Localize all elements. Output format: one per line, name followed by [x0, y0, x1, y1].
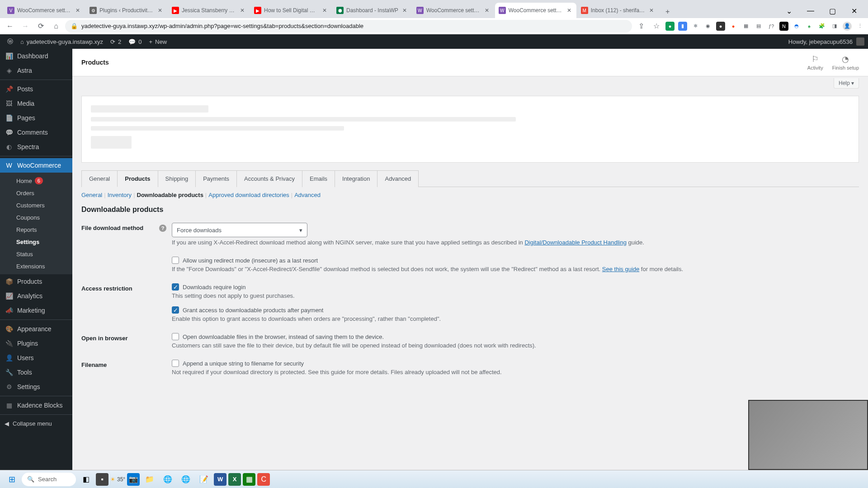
side-panel-icon[interactable]: ◨	[830, 22, 839, 31]
extension-icon[interactable]: ●	[665, 22, 675, 31]
avatar[interactable]	[856, 38, 864, 46]
extensions-menu-icon[interactable]: 🧩	[817, 22, 826, 31]
new-tab-button[interactable]: +	[661, 5, 674, 18]
sidebar-item-products[interactable]: 📦Products	[0, 274, 72, 289]
close-tab-icon[interactable]: ✕	[401, 7, 408, 14]
collapse-menu[interactable]: ◀ Collapse menu	[0, 417, 72, 431]
sidebar-item-users[interactable]: 👤Users	[0, 351, 72, 365]
tab-integration[interactable]: Integration	[335, 170, 377, 187]
app-icon[interactable]: 📷	[127, 473, 140, 486]
home-button[interactable]: ⌂	[50, 20, 62, 33]
browser-tab[interactable]: ⬢Dashboard - InstaWP✕	[333, 3, 412, 18]
reload-button[interactable]: ⟳	[34, 20, 47, 33]
browser-tab[interactable]: MInbox (112) - sherifabuzic✕	[577, 3, 659, 18]
subtab-advanced[interactable]: Advanced	[294, 192, 321, 198]
howdy-text[interactable]: Howdy, jebepacupu6536	[788, 38, 853, 45]
grant-access-checkbox[interactable]: ✓	[172, 306, 179, 314]
app-icon[interactable]: ▦	[243, 473, 255, 486]
close-tab-icon[interactable]: ✕	[321, 7, 328, 14]
close-tab-icon[interactable]: ✕	[648, 7, 655, 14]
sidebar-item-marketing[interactable]: 📣Marketing	[0, 303, 72, 318]
extension-icon[interactable]: N	[779, 22, 788, 31]
url-input[interactable]: 🔒 yadetective-guya.instawp.xyz/wp-admin/…	[65, 20, 632, 33]
app-icon[interactable]: C	[257, 473, 270, 486]
profile-avatar[interactable]: 👤	[843, 22, 852, 31]
browser-tab[interactable]: ▶How to Sell Digital Produ✕	[250, 3, 332, 18]
forward-button[interactable]: →	[19, 20, 32, 33]
extension-icon[interactable]: ▤	[754, 22, 763, 31]
extension-icon[interactable]: ▦	[741, 22, 750, 31]
tab-general[interactable]: General	[81, 170, 118, 187]
tab-accounts-privacy[interactable]: Accounts & Privacy	[236, 170, 302, 187]
chevron-down-icon[interactable]: ⌄	[778, 4, 799, 18]
sidebar-item-dashboard[interactable]: 📊Dashboard	[0, 49, 72, 63]
sidebar-item-plugins[interactable]: 🔌Plugins	[0, 336, 72, 351]
close-window-button[interactable]: ✕	[844, 4, 864, 18]
submenu-item-extensions[interactable]: Extensions	[0, 260, 72, 272]
explorer-icon[interactable]: ▪	[96, 473, 108, 486]
subtab-inventory[interactable]: Inventory	[108, 192, 132, 198]
digital-handling-link[interactable]: Digital/Downloadable Product Handling	[524, 239, 626, 246]
new-content[interactable]: +New	[145, 34, 170, 49]
finish-setup-button[interactable]: ◔ Finish setup	[832, 54, 859, 70]
sidebar-item-astra[interactable]: ◈Astra	[0, 63, 72, 78]
browser-tab[interactable]: WWooCommerce settings✕	[495, 3, 576, 18]
extension-icon[interactable]: ▮	[678, 22, 687, 31]
updates-link[interactable]: ⟳2	[107, 34, 125, 49]
tab-payments[interactable]: Payments	[195, 170, 237, 187]
sidebar-item-comments[interactable]: 💬Comments	[0, 125, 72, 140]
close-tab-icon[interactable]: ✕	[239, 7, 246, 14]
extension-icon[interactable]: ♠	[805, 22, 814, 31]
submenu-item-status[interactable]: Status	[0, 248, 72, 260]
extension-icon[interactable]: ✱	[691, 22, 700, 31]
tab-emails[interactable]: Emails	[302, 170, 335, 187]
weather-widget[interactable]: ☀35°	[110, 476, 125, 483]
taskbar-search[interactable]: 🔍 Search	[22, 473, 76, 486]
menu-icon[interactable]: ⋮	[855, 22, 864, 31]
tab-advanced[interactable]: Advanced	[377, 170, 419, 187]
filename-checkbox[interactable]	[172, 360, 179, 367]
site-name[interactable]: ⌂yadetective-guya.instawp.xyz	[17, 34, 107, 49]
sidebar-item-tools[interactable]: 🔧Tools	[0, 365, 72, 380]
file-download-method-select[interactable]: Force downloads ▾	[172, 223, 307, 237]
open-browser-checkbox[interactable]	[172, 333, 179, 340]
sidebar-item-woocommerce[interactable]: WWooCommerce	[0, 158, 72, 173]
submenu-item-home[interactable]: Home6	[0, 174, 72, 187]
minimize-button[interactable]: —	[800, 4, 821, 18]
submenu-item-customers[interactable]: Customers	[0, 199, 72, 211]
subtab-downloadable-products[interactable]: Downloadable products	[137, 192, 203, 198]
comments-link[interactable]: 💬0	[125, 34, 145, 49]
browser-tab[interactable]: WWooCommerce settings✕	[413, 3, 494, 18]
start-button[interactable]: ⊞	[4, 472, 20, 487]
back-button[interactable]: ←	[4, 20, 16, 33]
submenu-item-reports[interactable]: Reports	[0, 224, 72, 236]
extension-icon[interactable]: ƒ?	[767, 22, 776, 31]
submenu-item-settings[interactable]: Settings	[0, 236, 72, 248]
browser-tab[interactable]: ⚙Plugins ‹ Productivity Ma✕	[86, 3, 167, 18]
sidebar-item-posts[interactable]: 📌Posts	[0, 82, 72, 96]
maximize-button[interactable]: ▢	[822, 4, 843, 18]
help-tab[interactable]: Help ▾	[834, 78, 859, 89]
close-tab-icon[interactable]: ✕	[156, 7, 164, 14]
extension-icon[interactable]: ◉	[703, 22, 712, 31]
extension-icon[interactable]: ◓	[792, 22, 801, 31]
activity-button[interactable]: ⚐ Activity	[807, 54, 823, 70]
tab-products[interactable]: Products	[117, 170, 158, 187]
chrome-icon[interactable]: 🌐	[160, 472, 176, 487]
share-icon[interactable]: ⇪	[635, 20, 647, 33]
task-view-icon[interactable]: ◧	[78, 472, 94, 487]
edge-icon[interactable]: 🌐	[178, 472, 194, 487]
sidebar-item-settings[interactable]: ⚙Settings	[0, 380, 72, 394]
bookmark-icon[interactable]: ☆	[650, 20, 663, 33]
submenu-item-coupons[interactable]: Coupons	[0, 211, 72, 224]
sidebar-item-appearance[interactable]: 🎨Appearance	[0, 322, 72, 336]
allow-redirect-checkbox[interactable]	[172, 257, 179, 264]
sidebar-item-spectra[interactable]: ◐Spectra	[0, 140, 72, 154]
close-tab-icon[interactable]: ✕	[483, 7, 491, 14]
tab-shipping[interactable]: Shipping	[158, 170, 196, 187]
word-icon[interactable]: W	[214, 473, 226, 486]
see-guide-link[interactable]: See this guide	[602, 266, 639, 272]
sidebar-item-kadence-blocks[interactable]: ▦Kadence Blocks	[0, 398, 72, 413]
wp-logo[interactable]: ⓦ	[4, 34, 17, 49]
file-explorer-icon[interactable]: 📁	[142, 472, 158, 487]
